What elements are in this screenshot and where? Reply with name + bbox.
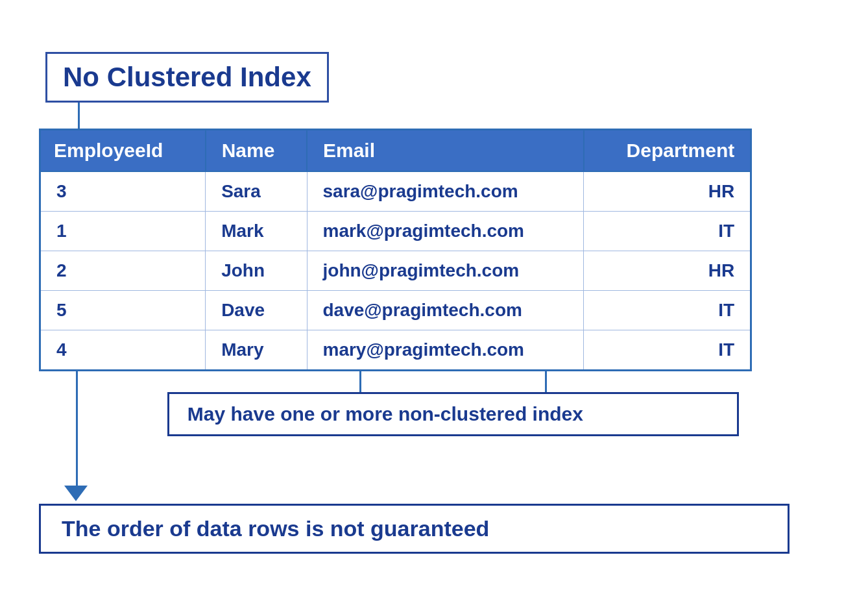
title-to-table-connector: [78, 103, 80, 129]
table-cell-r0-c0: 3: [40, 171, 206, 212]
table-cell-r2-c1: John: [206, 251, 307, 290]
note-box: May have one or more non-clustered index: [167, 392, 740, 436]
table-row: 5Davedave@pragimtech.comIT: [40, 290, 751, 330]
left-short-line: [359, 371, 361, 392]
title-box: No Clustered Index: [45, 52, 329, 103]
data-table: EmployeeId Name Email Department 3Sarasa…: [39, 129, 752, 371]
final-arrowhead: [64, 486, 88, 501]
table-cell-r4-c3: IT: [584, 330, 751, 370]
table-cell-r1-c3: IT: [584, 211, 751, 251]
table-row: 1Markmark@pragimtech.comIT: [40, 211, 751, 251]
arrow-section: [39, 449, 790, 501]
final-box: The order of data rows is not guaranteed: [39, 504, 790, 554]
title-text: No Clustered Index: [63, 62, 311, 92]
table-cell-r3-c2: dave@pragimtech.com: [307, 290, 584, 330]
table-header-row: EmployeeId Name Email Department: [40, 129, 751, 171]
col-header-name: Name: [206, 129, 307, 171]
right-short-line: [545, 371, 547, 392]
final-text: The order of data rows is not guaranteed: [62, 516, 489, 541]
note-text: May have one or more non-clustered index: [187, 403, 583, 425]
table-row: 4Marymary@pragimtech.comIT: [40, 330, 751, 370]
table-cell-r4-c0: 4: [40, 330, 206, 370]
table-cell-r2-c2: john@pragimtech.com: [307, 251, 584, 290]
diagram-container: No Clustered Index EmployeeId Name Email…: [0, 32, 868, 573]
center-connector-area: May have one or more non-clustered index: [117, 371, 790, 449]
table-cell-r4-c1: Mary: [206, 330, 307, 370]
table-cell-r3-c0: 5: [40, 290, 206, 330]
two-connector-lines: [268, 371, 638, 392]
table-cell-r1-c2: mark@pragimtech.com: [307, 211, 584, 251]
table-cell-r3-c1: Dave: [206, 290, 307, 330]
table-cell-r1-c1: Mark: [206, 211, 307, 251]
table-cell-r0-c1: Sara: [206, 171, 307, 212]
table-cell-r0-c2: sara@pragimtech.com: [307, 171, 584, 212]
table-cell-r0-c3: HR: [584, 171, 751, 212]
table-row: 2Johnjohn@pragimtech.comHR: [40, 251, 751, 290]
table-cell-r2-c0: 2: [40, 251, 206, 290]
table-cell-r2-c3: HR: [584, 251, 751, 290]
col-header-employeeid: EmployeeId: [40, 129, 206, 171]
table-cell-r4-c2: mary@pragimtech.com: [307, 330, 584, 370]
col-header-department: Department: [584, 129, 751, 171]
table-section: EmployeeId Name Email Department 3Sarasa…: [39, 129, 790, 371]
col-header-email: Email: [307, 129, 584, 171]
below-table-section: May have one or more non-clustered index: [39, 371, 790, 449]
left-vertical-connector: [76, 371, 78, 449]
final-arrow-line: [76, 449, 78, 486]
table-cell-r3-c3: IT: [584, 290, 751, 330]
table-row: 3Sarasara@pragimtech.comHR: [40, 171, 751, 212]
table-cell-r1-c0: 1: [40, 211, 206, 251]
